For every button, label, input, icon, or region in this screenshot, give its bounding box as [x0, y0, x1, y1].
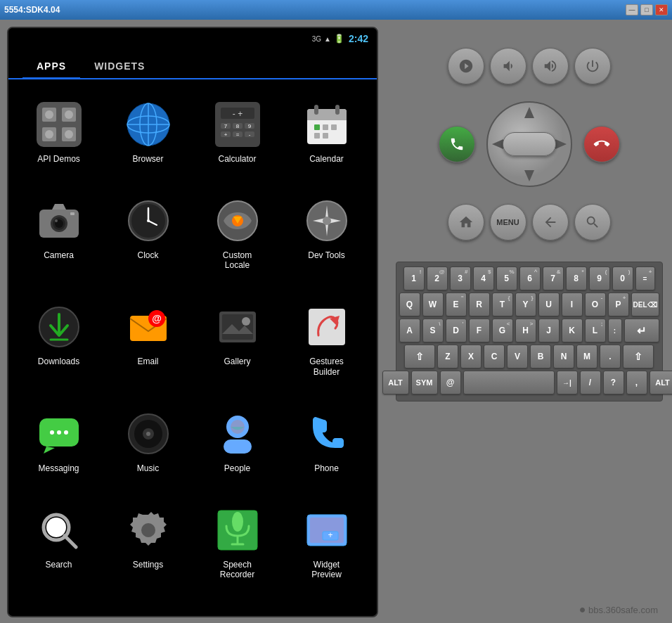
key-x[interactable]: X: [460, 345, 482, 368]
app-settings[interactable]: Settings: [103, 496, 193, 603]
key-question[interactable]: ?: [603, 371, 624, 394]
keyboard-row-5: ALT SYM @ →| / ? , ALT: [401, 371, 658, 394]
key-t[interactable]: {T: [492, 293, 513, 316]
key-0[interactable]: )0: [612, 266, 633, 290]
dpad-left-button[interactable]: [486, 134, 508, 155]
vol-down-button[interactable]: [490, 48, 526, 84]
keyboard-row-2: Q W "E R {T }Y U I -O +P DEL⌫: [401, 293, 658, 316]
app-gestures-builder[interactable]: Gestures Builder: [282, 293, 371, 399]
tab-apps[interactable]: APPS: [22, 55, 80, 79]
app-clock[interactable]: Clock: [103, 187, 193, 293]
vol-up-button[interactable]: [532, 48, 569, 84]
key-9[interactable]: (9: [589, 266, 610, 290]
key-e[interactable]: "E: [446, 293, 467, 316]
end-call-button[interactable]: [583, 126, 620, 162]
key-5[interactable]: %5: [496, 266, 517, 290]
key-colon[interactable]: :: [608, 319, 622, 342]
key-3[interactable]: #3: [450, 266, 471, 290]
key-shift[interactable]: ⇧: [404, 345, 435, 368]
app-custom-locale[interactable]: Custom Locale: [193, 187, 282, 293]
key-c[interactable]: C: [484, 345, 505, 368]
app-calendar[interactable]: Calendar: [282, 91, 371, 187]
key-arrow[interactable]: →|: [557, 371, 578, 394]
key-u[interactable]: U: [538, 293, 560, 316]
power-button[interactable]: [574, 48, 611, 84]
key-y[interactable]: }Y: [515, 293, 536, 316]
minimize-button[interactable]: —: [626, 4, 638, 15]
key-z[interactable]: Z: [437, 345, 458, 368]
app-gallery[interactable]: Gallery: [193, 293, 282, 399]
app-speech-recorder[interactable]: Speech Recorder: [193, 496, 282, 603]
call-button[interactable]: [439, 126, 475, 162]
key-n[interactable]: N: [553, 345, 574, 368]
app-search[interactable]: Search: [14, 496, 103, 603]
app-browser[interactable]: Browser: [103, 91, 193, 187]
app-widget-preview[interactable]: + Widget Preview: [282, 496, 371, 603]
key-shift-right[interactable]: ⇧: [623, 345, 654, 368]
dpad-down-button[interactable]: [519, 166, 540, 187]
key-l[interactable]: ;L: [585, 319, 606, 342]
key-o[interactable]: -O: [585, 293, 606, 316]
app-dev-tools[interactable]: Dev Tools: [282, 187, 371, 293]
key-b[interactable]: B: [530, 345, 551, 368]
battery-icon: 🔋: [334, 34, 344, 44]
app-calculator[interactable]: - +789+=- Calculator: [193, 91, 282, 187]
app-api-demos[interactable]: API Demos: [14, 91, 103, 187]
key-f[interactable]: F: [469, 319, 490, 342]
key-7[interactable]: &7: [543, 266, 564, 290]
key-m[interactable]: M: [576, 345, 597, 368]
key-k[interactable]: K: [562, 319, 583, 342]
tab-widgets[interactable]: WIDGETS: [80, 55, 159, 78]
key-period[interactable]: .: [600, 345, 621, 368]
key-r[interactable]: R: [469, 293, 490, 316]
dpad-right-button[interactable]: [551, 134, 572, 155]
search-control-button[interactable]: [574, 204, 611, 240]
menu-button[interactable]: MENU: [490, 204, 526, 240]
key-sym[interactable]: SYM: [411, 371, 438, 394]
key-backspace[interactable]: DEL⌫: [631, 293, 659, 316]
search-icon: [34, 505, 84, 555]
key-a[interactable]: A: [399, 319, 420, 342]
key-slash[interactable]: /: [580, 371, 601, 394]
key-i[interactable]: I: [562, 293, 583, 316]
tabs-bar: APPS WIDGETS: [8, 49, 377, 79]
browser-icon: [123, 99, 174, 150]
calendar-icon: [302, 99, 352, 150]
app-email[interactable]: @ Email: [103, 293, 193, 399]
app-downloads[interactable]: Downloads: [14, 293, 103, 399]
key-v[interactable]: V: [507, 345, 528, 368]
key-s[interactable]: \S: [422, 319, 444, 342]
key-g[interactable]: <G: [492, 319, 513, 342]
key-at[interactable]: @: [440, 371, 461, 394]
key-6[interactable]: ^6: [519, 266, 541, 290]
app-music[interactable]: Music: [103, 400, 193, 496]
dpad-center-button[interactable]: [503, 132, 556, 156]
key-h[interactable]: >H: [515, 319, 536, 342]
app-camera[interactable]: Camera: [14, 187, 103, 293]
home-button[interactable]: [448, 204, 484, 240]
key-w[interactable]: W: [422, 293, 444, 316]
back-button[interactable]: [532, 204, 569, 240]
key-p[interactable]: +P: [608, 293, 629, 316]
key-j[interactable]: J: [538, 319, 560, 342]
key-1[interactable]: !1: [403, 266, 425, 290]
key-minus-plus[interactable]: +=: [635, 266, 655, 290]
key-4[interactable]: $4: [473, 266, 494, 290]
close-button[interactable]: ✕: [655, 4, 668, 15]
camera-button[interactable]: [448, 48, 484, 84]
app-phone[interactable]: Phone: [282, 400, 371, 496]
messaging-icon: [34, 409, 84, 459]
key-q[interactable]: Q: [399, 293, 420, 316]
dpad-up-button[interactable]: [519, 101, 540, 122]
key-d[interactable]: 'D: [446, 319, 467, 342]
key-space[interactable]: [463, 371, 555, 394]
key-alt-left[interactable]: ALT: [382, 371, 409, 394]
key-8[interactable]: *8: [566, 266, 587, 290]
key-comma[interactable]: ,: [626, 371, 647, 394]
key-2[interactable]: @2: [427, 266, 448, 290]
app-people[interactable]: People: [193, 400, 282, 496]
app-messaging[interactable]: Messaging: [14, 400, 103, 496]
key-alt-right[interactable]: ALT: [650, 371, 673, 394]
maximize-button[interactable]: □: [640, 4, 653, 15]
key-enter[interactable]: ↵: [624, 319, 659, 342]
